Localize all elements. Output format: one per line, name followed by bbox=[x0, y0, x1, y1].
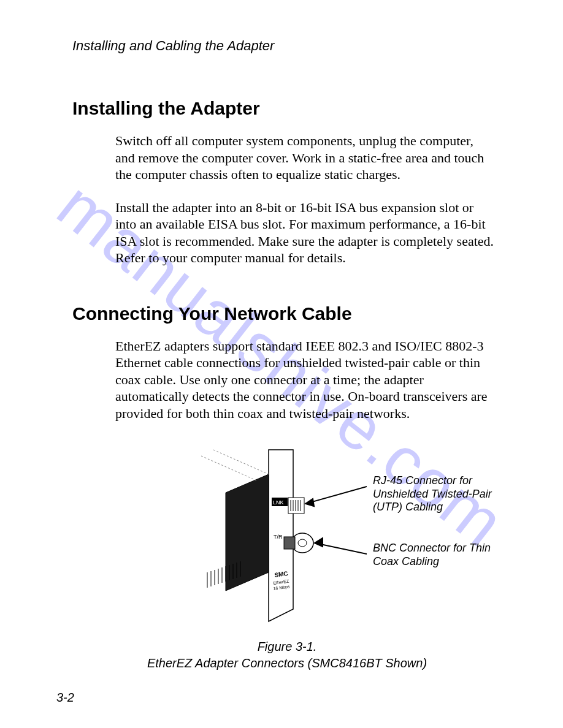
label-tr: T/R bbox=[274, 534, 283, 540]
figure-caption-line1: Figure 3-1. bbox=[72, 639, 502, 655]
figure-adapter-connectors: LNK T/R bbox=[72, 438, 502, 634]
figure-caption: Figure 3-1. EtherEZ Adapter Connectors (… bbox=[72, 639, 502, 672]
adapter-diagram-svg: LNK T/R bbox=[170, 438, 367, 634]
running-header: Installing and Cabling the Adapter bbox=[72, 38, 502, 54]
paragraph: Install the adapter into an 8-bit or 16-… bbox=[115, 199, 496, 267]
document-page: manualshive.com Installing and Cabling t… bbox=[0, 0, 563, 728]
svg-marker-1 bbox=[226, 474, 269, 591]
svg-line-13 bbox=[213, 450, 269, 474]
heading-connecting-cable: Connecting Your Network Cable bbox=[72, 303, 502, 324]
figure-caption-line2: EtherEZ Adapter Connectors (SMC8416BT Sh… bbox=[72, 655, 502, 672]
svg-marker-25 bbox=[305, 499, 314, 506]
heading-installing-adapter: Installing the Adapter bbox=[72, 98, 502, 119]
svg-point-22 bbox=[298, 539, 307, 547]
section-connecting-body: EtherEZ adapters support standard IEEE 8… bbox=[115, 338, 496, 422]
callout-rj45: RJ-45 Connector for Unshielded Twisted-P… bbox=[373, 474, 496, 514]
section-installing-body: Switch off all computer system component… bbox=[115, 132, 496, 267]
label-lnk: LNK bbox=[273, 499, 284, 506]
svg-line-12 bbox=[201, 456, 256, 480]
svg-marker-27 bbox=[315, 538, 323, 547]
paragraph: Switch off all computer system component… bbox=[115, 132, 496, 183]
svg-line-24 bbox=[305, 487, 367, 504]
paragraph: EtherEZ adapters support standard IEEE 8… bbox=[115, 338, 496, 422]
page-number: 3-2 bbox=[56, 691, 74, 705]
svg-rect-23 bbox=[284, 537, 295, 549]
page-content: Installing and Cabling the Adapter Insta… bbox=[72, 38, 502, 672]
callout-bnc: BNC Connector for Thin Coax Cabling bbox=[373, 542, 496, 568]
